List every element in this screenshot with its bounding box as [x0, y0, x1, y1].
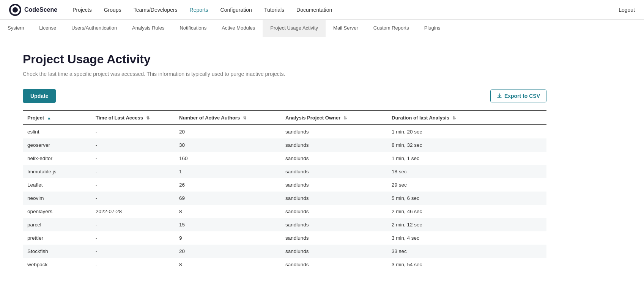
nav-teams-developers[interactable]: Teams/Developers — [134, 7, 178, 13]
table-row: Stockfish-20sandlunds33 sec — [23, 245, 546, 258]
subnav-system[interactable]: System — [0, 20, 31, 37]
sort-icon-owner: ⇅ — [343, 116, 347, 121]
table-row: neovim-69sandlunds5 min, 6 sec — [23, 192, 546, 205]
cell-time-last-access: - — [91, 138, 175, 152]
cell-active-authors: 15 — [175, 218, 281, 231]
subnav-license[interactable]: License — [31, 20, 64, 37]
cell-time-last-access: - — [91, 245, 175, 258]
nav-projects[interactable]: Projects — [72, 7, 92, 13]
cell-owner: sandlunds — [281, 245, 387, 258]
main-content: Project Usage Activity Check the last ti… — [0, 37, 569, 286]
table-row: Leaflet-26sandlunds29 sec — [23, 178, 546, 192]
table-row: openlayers2022-07-288sandlunds2 min, 46 … — [23, 205, 546, 218]
cell-project: prettier — [23, 231, 91, 245]
cell-owner: sandlunds — [281, 218, 387, 231]
page-title: Project Usage Activity — [23, 52, 546, 66]
subnav-active-modules[interactable]: Active Modules — [214, 20, 263, 37]
cell-duration: 8 min, 32 sec — [387, 138, 546, 152]
cell-duration: 2 min, 46 sec — [387, 205, 546, 218]
cell-active-authors: 8 — [175, 205, 281, 218]
cell-time-last-access: - — [91, 218, 175, 231]
nav-tutorials[interactable]: Tutorials — [264, 7, 284, 13]
logo-icon — [9, 4, 21, 16]
table-row: prettier-9sandlunds3 min, 4 sec — [23, 231, 546, 245]
data-table: Project ▲ Time of Last Access ⇅ Number o… — [23, 110, 546, 271]
cell-active-authors: 30 — [175, 138, 281, 152]
table-header-row: Project ▲ Time of Last Access ⇅ Number o… — [23, 111, 546, 125]
table-row: geoserver-30sandlunds8 min, 32 sec — [23, 138, 546, 152]
cell-duration: 1 min, 1 sec — [387, 152, 546, 165]
cell-owner: sandlunds — [281, 152, 387, 165]
app-name: CodeScene — [24, 6, 57, 13]
cell-active-authors: 69 — [175, 192, 281, 205]
col-header-owner[interactable]: Analysis Project Owner ⇅ — [281, 111, 387, 125]
nav-groups[interactable]: Groups — [104, 7, 121, 13]
nav-reports[interactable]: Reports — [190, 7, 208, 13]
subnav-project-usage-activity[interactable]: Project Usage Activity — [263, 20, 326, 37]
cell-active-authors: 160 — [175, 152, 281, 165]
top-nav: CodeScene Projects Groups Teams/Develope… — [0, 0, 644, 20]
cell-project: geoserver — [23, 138, 91, 152]
cell-time-last-access: - — [91, 152, 175, 165]
cell-active-authors: 26 — [175, 178, 281, 192]
cell-owner: sandlunds — [281, 178, 387, 192]
sort-icon-authors: ⇅ — [243, 116, 246, 121]
col-project-label: Project — [27, 115, 44, 121]
cell-duration: 18 sec — [387, 165, 546, 178]
export-label: Export to CSV — [504, 93, 540, 99]
col-header-project[interactable]: Project ▲ — [23, 111, 91, 125]
sort-icon-duration: ⇅ — [452, 116, 456, 121]
subnav-analysis-rules[interactable]: Analysis Rules — [124, 20, 172, 37]
cell-active-authors: 20 — [175, 245, 281, 258]
cell-active-authors: 8 — [175, 258, 281, 271]
cell-time-last-access: - — [91, 231, 175, 245]
cell-duration: 29 sec — [387, 178, 546, 192]
nav-configuration[interactable]: Configuration — [220, 7, 252, 13]
cell-project: Immutable.js — [23, 165, 91, 178]
cell-project: parcel — [23, 218, 91, 231]
col-duration-label: Duration of last Analysis — [392, 115, 449, 121]
cell-time-last-access: - — [91, 125, 175, 138]
subnav-users-auth[interactable]: Users/Authentication — [64, 20, 124, 37]
cell-time-last-access: - — [91, 258, 175, 271]
cell-time-last-access: - — [91, 192, 175, 205]
page-description: Check the last time a specific project w… — [23, 71, 546, 77]
table-row: eslint-20sandlunds1 min, 20 sec — [23, 125, 546, 138]
cell-time-last-access: - — [91, 165, 175, 178]
export-csv-button[interactable]: Export to CSV — [490, 90, 546, 102]
subnav-custom-reports[interactable]: Custom Reports — [366, 20, 417, 37]
cell-owner: sandlunds — [281, 165, 387, 178]
svg-point-1 — [13, 7, 18, 13]
logo[interactable]: CodeScene — [9, 4, 57, 16]
table-row: Immutable.js-1sandlunds18 sec — [23, 165, 546, 178]
update-button[interactable]: Update — [23, 89, 56, 103]
toolbar: Update Export to CSV — [23, 89, 546, 103]
logout-button[interactable]: Logout — [619, 7, 635, 13]
cell-owner: sandlunds — [281, 138, 387, 152]
cell-owner: sandlunds — [281, 192, 387, 205]
cell-duration: 5 min, 6 sec — [387, 192, 546, 205]
cell-owner: sandlunds — [281, 125, 387, 138]
sub-nav: System License Users/Authentication Anal… — [0, 20, 644, 37]
cell-project: openlayers — [23, 205, 91, 218]
cell-owner: sandlunds — [281, 231, 387, 245]
cell-project: helix-editor — [23, 152, 91, 165]
cell-active-authors: 1 — [175, 165, 281, 178]
cell-duration: 33 sec — [387, 245, 546, 258]
subnav-mail-server[interactable]: Mail Server — [326, 20, 366, 37]
col-header-active-authors[interactable]: Number of Active Authors ⇅ — [175, 111, 281, 125]
cell-active-authors: 20 — [175, 125, 281, 138]
download-icon — [497, 93, 502, 99]
table-row: webpack-8sandlunds3 min, 54 sec — [23, 258, 546, 271]
cell-duration: 3 min, 4 sec — [387, 231, 546, 245]
nav-documentation[interactable]: Documentation — [296, 7, 332, 13]
cell-project: Stockfish — [23, 245, 91, 258]
cell-time-last-access: 2022-07-28 — [91, 205, 175, 218]
cell-project: webpack — [23, 258, 91, 271]
col-header-time-last-access[interactable]: Time of Last Access ⇅ — [91, 111, 175, 125]
cell-duration: 3 min, 54 sec — [387, 258, 546, 271]
col-owner-label: Analysis Project Owner — [285, 115, 340, 121]
subnav-plugins[interactable]: Plugins — [417, 20, 448, 37]
subnav-notifications[interactable]: Notifications — [172, 20, 214, 37]
col-header-duration[interactable]: Duration of last Analysis ⇅ — [387, 111, 546, 125]
